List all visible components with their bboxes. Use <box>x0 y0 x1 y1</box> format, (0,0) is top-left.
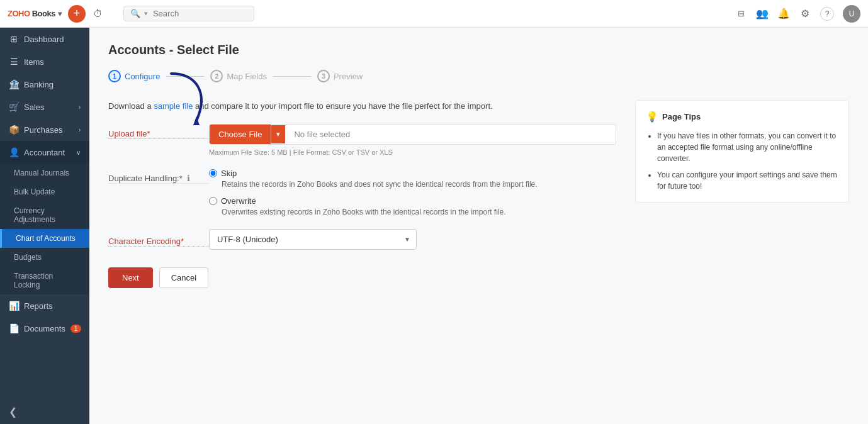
step-label-1: Configure <box>125 72 160 81</box>
sidebar-label-banking: Banking <box>24 80 54 89</box>
sidebar-sub-budgets[interactable]: Budgets <box>0 248 89 267</box>
sidebar-item-dashboard[interactable]: ⊞ Dashboard <box>0 28 89 50</box>
step-num-1: 1 <box>108 70 121 82</box>
sidebar-item-sales[interactable]: 🛒 Sales › <box>0 96 89 118</box>
overwrite-desc: Overwrites existing records in Zoho Book… <box>222 208 616 216</box>
sidebar-label-items: Items <box>24 57 44 67</box>
intro-text: Download a sample file and compare it to… <box>108 100 616 113</box>
logo-zoho: ZOHO <box>8 9 30 18</box>
step-divider-1 <box>166 76 204 77</box>
label-bulk-update: Bulk Update <box>14 187 55 196</box>
help-icon[interactable]: ? <box>820 7 834 21</box>
sidebar-label-documents: Documents <box>24 324 65 333</box>
duplicate-field: Skip Retains the records in Zoho Books a… <box>209 169 616 216</box>
sidebar-item-accountant[interactable]: 👤 Accountant ∨ <box>0 141 89 164</box>
app-logo: ZOHO Books ▾ <box>8 9 62 18</box>
layout: ⊞ Dashboard ☰ Items 🏦 Banking 🛒 Sales › … <box>0 28 868 424</box>
sidebar-item-purchases[interactable]: 📦 Purchases › <box>0 118 89 141</box>
skip-option: Skip Retains the records in Zoho Books a… <box>209 169 616 189</box>
upload-file-row: Upload file* Choose File ▾ No fil <box>108 124 616 156</box>
sidebar-label-reports: Reports <box>24 301 53 311</box>
next-button[interactable]: Next <box>108 267 153 288</box>
accountant-submenu: Manual Journals Bulk Update Currency Adj… <box>0 164 89 294</box>
tips-list: If you have files in other formats, you … <box>646 130 838 192</box>
sidebar-label-sales: Sales <box>24 103 45 112</box>
search-box: 🔍 ▾ <box>123 6 254 21</box>
sidebar-sub-currency-adjustments[interactable]: Currency Adjustments <box>0 201 89 229</box>
encoding-label: Character Encoding* <box>108 232 209 247</box>
overwrite-text: Overwrite <box>221 196 256 206</box>
file-info: Maximum File Size: 5 MB | File Format: C… <box>209 148 616 156</box>
step-label-3: Preview <box>334 72 363 81</box>
sidebar: ⊞ Dashboard ☰ Items 🏦 Banking 🛒 Sales › … <box>0 28 89 424</box>
overwrite-option: Overwrite Overwrites existing records in… <box>209 196 616 216</box>
documents-icon: 📄 <box>9 323 19 333</box>
choose-file-label: Choose File <box>218 130 262 139</box>
duplicate-help-icon[interactable]: ℹ <box>187 174 190 183</box>
skip-label[interactable]: Skip <box>209 169 616 178</box>
search-input[interactable] <box>153 9 247 18</box>
cancel-button[interactable]: Cancel <box>159 267 208 288</box>
tips-title-text: Page Tips <box>662 112 701 121</box>
sidebar-item-documents[interactable]: 📄 Documents 1 <box>0 317 89 340</box>
sidebar-sub-bulk-update[interactable]: Bulk Update <box>0 182 89 201</box>
tip-item-2: You can configure your import settings a… <box>657 169 838 192</box>
label-chart-of-accounts: Chart of Accounts <box>16 234 76 243</box>
collapse-icon[interactable]: ⊟ <box>735 8 747 20</box>
bulb-icon: 💡 <box>646 111 658 123</box>
encoding-select-wrapper: UTF-8 (Unicode) UTF-16 ISO-8859-1 Window… <box>209 229 417 250</box>
choose-file-button[interactable]: Choose File <box>210 125 271 144</box>
steps-bar: 1 Configure 2 Map Fields 3 Preview <box>108 70 849 82</box>
skip-radio[interactable] <box>209 169 217 177</box>
file-upload-area: Choose File ▾ No file selected <box>209 124 616 145</box>
tip-item-1: If you have files in other formats, you … <box>657 130 838 164</box>
topbar-right-icons: ⊟ 👥 🔔 ⚙ ? U <box>735 5 860 23</box>
form-area: Download a sample file and compare it to… <box>108 100 616 288</box>
sidebar-sub-manual-journals[interactable]: Manual Journals <box>0 164 89 182</box>
sidebar-sub-transaction-locking[interactable]: Transaction Locking <box>0 267 89 294</box>
sidebar-label-dashboard: Dashboard <box>24 35 64 44</box>
logo-chevron[interactable]: ▾ <box>58 9 62 18</box>
sample-file-link[interactable]: sample file <box>154 101 193 111</box>
skip-desc: Retains the records in Zoho Books and do… <box>222 180 616 189</box>
add-button[interactable]: + <box>68 5 86 23</box>
sidebar-collapse-button[interactable]: ❮ <box>0 399 89 424</box>
sidebar-sub-chart-of-accounts[interactable]: Chart of Accounts <box>0 229 89 248</box>
sales-chevron: › <box>79 104 81 111</box>
sidebar-item-banking[interactable]: 🏦 Banking <box>0 73 89 96</box>
overwrite-radio[interactable] <box>209 197 217 205</box>
page-tips-box: 💡 Page Tips If you have files in other f… <box>635 100 849 203</box>
page-title: Accounts - Select File <box>108 43 849 57</box>
sidebar-item-reports[interactable]: 📊 Reports <box>0 294 89 317</box>
items-icon: ☰ <box>9 57 19 67</box>
history-icon[interactable]: ⏱ <box>92 8 104 20</box>
duplicate-handling-row: Duplicate Handling:* ℹ Skip Retains the … <box>108 169 616 216</box>
step-num-2: 2 <box>210 70 223 82</box>
logo-books: Books <box>32 9 55 18</box>
search-dropdown[interactable]: ▾ <box>144 9 148 18</box>
step-map-fields: 2 Map Fields <box>210 70 267 82</box>
label-budgets: Budgets <box>14 253 42 262</box>
search-icon: 🔍 <box>130 9 140 18</box>
step-label-2: Map Fields <box>227 72 267 81</box>
encoding-field: UTF-8 (Unicode) UTF-16 ISO-8859-1 Window… <box>209 229 616 250</box>
documents-badge: 1 <box>70 325 82 333</box>
purchases-chevron: › <box>79 126 81 133</box>
choose-file-dropdown[interactable]: ▾ <box>271 125 285 143</box>
accountant-icon: 👤 <box>9 147 19 157</box>
team-icon[interactable]: 👥 <box>756 8 769 20</box>
sidebar-item-items[interactable]: ☰ Items <box>0 50 89 73</box>
label-manual-journals: Manual Journals <box>14 169 69 177</box>
file-size-info: Maximum File Size: 5 MB <box>209 148 288 156</box>
encoding-select[interactable]: UTF-8 (Unicode) UTF-16 ISO-8859-1 Window… <box>209 229 417 250</box>
purchases-icon: 📦 <box>9 125 19 135</box>
avatar[interactable]: U <box>843 5 860 23</box>
dashboard-icon: ⊞ <box>9 34 19 44</box>
file-format-info: File Format: CSV or TSV or XLS <box>293 148 393 156</box>
reports-icon: 📊 <box>9 301 19 311</box>
notification-icon[interactable]: 🔔 <box>777 8 790 20</box>
overwrite-label[interactable]: Overwrite <box>209 196 616 206</box>
upload-field: Choose File ▾ No file selected Maximum F… <box>209 124 616 156</box>
settings-icon[interactable]: ⚙ <box>799 8 811 20</box>
encoding-row: Character Encoding* UTF-8 (Unicode) UTF-… <box>108 229 616 250</box>
